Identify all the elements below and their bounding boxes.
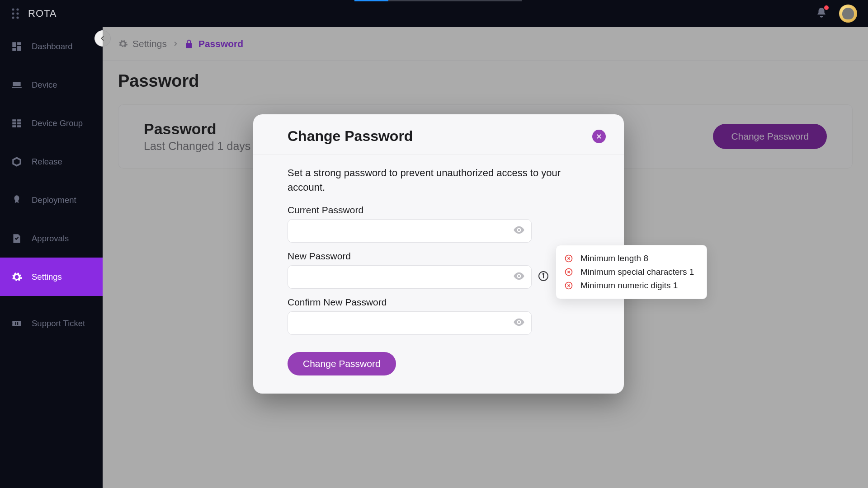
notifications-button[interactable]	[816, 7, 827, 20]
svg-point-0	[12, 8, 14, 10]
requirement-item: Minimum length 8	[564, 253, 694, 263]
confirm-password-label: Confirm New Password	[288, 297, 590, 308]
grip-icon[interactable]	[11, 7, 20, 20]
current-password-input[interactable]	[288, 219, 532, 243]
svg-point-4	[12, 16, 14, 19]
modal-title: Change Password	[288, 128, 413, 145]
device-group-icon	[11, 117, 23, 129]
toggle-visibility-button[interactable]	[513, 224, 525, 238]
sidebar-item-label: Approvals	[32, 234, 69, 244]
close-icon	[596, 133, 602, 140]
info-icon	[538, 271, 549, 282]
sidebar-item-release[interactable]: Release	[0, 142, 103, 181]
svg-point-3	[16, 12, 19, 14]
toggle-visibility-button[interactable]	[513, 316, 525, 330]
requirement-text: Minimum special characters 1	[580, 267, 694, 277]
sidebar-item-label: Settings	[32, 272, 62, 282]
sidebar-item-label: Deployment	[32, 195, 76, 205]
sidebar-item-deployment[interactable]: Deployment	[0, 181, 103, 219]
eye-icon	[513, 224, 525, 236]
sidebar-item-device[interactable]: Device	[0, 66, 103, 104]
requirement-text: Minimum numeric digits 1	[580, 281, 678, 291]
fail-icon	[564, 281, 573, 290]
sidebar-item-label: Dashboard	[32, 42, 73, 52]
svg-point-1	[16, 8, 19, 10]
dashboard-icon	[11, 41, 23, 52]
submit-change-password-button[interactable]: Change Password	[288, 352, 396, 375]
top-loading-indicator	[354, 0, 522, 1]
requirement-item: Minimum numeric digits 1	[564, 281, 694, 291]
confirm-password-input[interactable]	[288, 311, 532, 335]
modal-description: Set a strong password to prevent unautho…	[288, 166, 577, 195]
ticket-icon	[11, 318, 23, 329]
device-icon	[11, 79, 23, 91]
deployment-icon	[11, 194, 23, 206]
requirement-item: Minimum special characters 1	[564, 267, 694, 277]
sidebar-item-support-ticket[interactable]: Support Ticket	[0, 304, 103, 343]
topbar: ROTA	[0, 0, 868, 27]
svg-point-8	[543, 273, 544, 274]
current-password-label: Current Password	[288, 205, 590, 216]
brand-name: ROTA	[28, 8, 57, 19]
svg-point-5	[16, 16, 19, 19]
sidebar-item-label: Support Ticket	[32, 319, 85, 328]
sidebar-item-settings[interactable]: Settings	[0, 258, 103, 296]
new-password-label: New Password	[288, 251, 590, 262]
new-password-input[interactable]	[288, 265, 532, 289]
eye-icon	[513, 270, 525, 282]
sidebar-item-device-group[interactable]: Device Group	[0, 104, 103, 142]
svg-point-2	[12, 12, 14, 14]
release-icon	[11, 156, 23, 168]
sidebar-item-dashboard[interactable]: Dashboard	[0, 27, 103, 66]
fail-icon	[564, 267, 573, 277]
requirement-text: Minimum length 8	[580, 253, 648, 263]
settings-icon	[11, 271, 23, 283]
modal-close-button[interactable]	[592, 130, 606, 143]
eye-icon	[513, 316, 525, 328]
password-requirements-info-button[interactable]	[538, 271, 549, 283]
approvals-icon	[11, 233, 23, 244]
password-requirements-tooltip: Minimum length 8 Minimum special charact…	[556, 245, 707, 299]
sidebar-item-label: Device	[32, 80, 57, 90]
fail-icon	[564, 254, 573, 263]
user-avatar[interactable]	[839, 5, 857, 23]
sidebar-item-label: Device Group	[32, 118, 83, 128]
sidebar-item-approvals[interactable]: Approvals	[0, 219, 103, 258]
sidebar-item-label: Release	[32, 157, 62, 167]
sidebar: Dashboard Device Device Group Release De…	[0, 27, 103, 488]
notification-badge	[824, 5, 829, 10]
toggle-visibility-button[interactable]	[513, 270, 525, 284]
